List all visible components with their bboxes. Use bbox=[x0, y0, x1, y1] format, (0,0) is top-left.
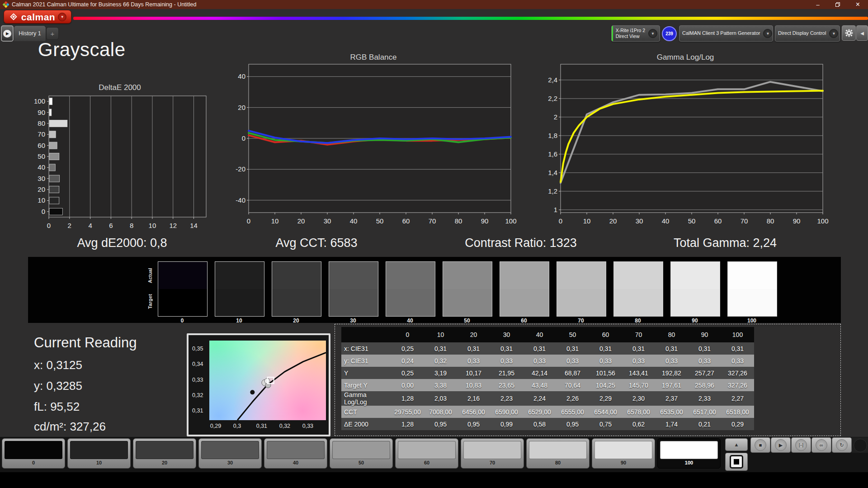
pattern-swatch bbox=[594, 441, 652, 459]
pattern-patch-30[interactable]: 30 bbox=[198, 438, 262, 469]
svg-text:14: 14 bbox=[190, 222, 198, 229]
pattern-patch-70[interactable]: 70 bbox=[461, 438, 524, 469]
table-row-label: CCT bbox=[341, 406, 391, 418]
meter-dropdown[interactable]: X-Rite i1Pro 2 Direct View ▼ bbox=[611, 25, 660, 42]
pattern-patch-label: 80 bbox=[527, 460, 589, 465]
table-row: Gamma Log/Log1,282,032,162,232,242,262,2… bbox=[341, 391, 754, 406]
table-cell: 1,74 bbox=[655, 418, 688, 430]
svg-text:0: 0 bbox=[242, 134, 245, 142]
svg-text:1,2: 1,2 bbox=[548, 187, 557, 195]
svg-text:0: 0 bbox=[559, 217, 562, 225]
table-cell: 197,61 bbox=[655, 379, 688, 391]
pattern-patch-40[interactable]: 40 bbox=[264, 438, 327, 469]
calman-menu-button[interactable]: calman ▼ bbox=[4, 10, 71, 24]
table-cell: 6456,00 bbox=[457, 406, 490, 418]
table-row: Y0,253,1910,1721,9542,1468,87101,56143,4… bbox=[341, 367, 754, 379]
swatch-level-label: 90 bbox=[670, 317, 719, 324]
pattern-bar-expand-button[interactable]: ▲ bbox=[725, 438, 748, 451]
bottom-black-bar bbox=[0, 472, 868, 488]
pattern-patch-50[interactable]: 50 bbox=[330, 438, 393, 469]
add-tab-button[interactable]: + bbox=[46, 27, 59, 40]
restore-icon[interactable] bbox=[835, 2, 840, 7]
svg-text:20: 20 bbox=[38, 185, 45, 193]
table-cell: 0,95 bbox=[556, 418, 589, 430]
table-cell: 6517,00 bbox=[688, 406, 721, 418]
svg-text:10: 10 bbox=[583, 217, 591, 225]
table-cell: 0,58 bbox=[523, 418, 556, 430]
stat-contrast-ratio: Contrast Ratio: 1323 bbox=[465, 236, 577, 250]
svg-text:100: 100 bbox=[817, 217, 828, 225]
svg-text:20: 20 bbox=[238, 104, 245, 111]
table-cell: 0,31 bbox=[688, 342, 721, 355]
pattern-swatch bbox=[463, 441, 521, 459]
table-cell: 0,31 bbox=[556, 342, 589, 355]
cie-chromaticity-chart: 0,350,340,330,320,310,290,30,310,320,33 bbox=[187, 333, 330, 436]
pattern-patch-label: 90 bbox=[592, 460, 655, 465]
minimize-icon[interactable]: – bbox=[816, 2, 819, 8]
svg-text:1,8: 1,8 bbox=[548, 132, 557, 139]
svg-text:50: 50 bbox=[376, 217, 384, 225]
table-cell: 104,25 bbox=[589, 379, 622, 391]
table-cell: 0,33 bbox=[688, 355, 721, 367]
current-reading-title: Current Reading bbox=[34, 335, 137, 351]
tab-scroll-button[interactable]: ▶ bbox=[1, 25, 14, 42]
meter-name: X-Rite i1Pro 2 bbox=[616, 28, 645, 33]
loop-button[interactable]: ∞ bbox=[811, 437, 831, 453]
close-icon[interactable]: × bbox=[856, 1, 860, 8]
pattern-patch-10[interactable]: 10 bbox=[67, 438, 131, 469]
pattern-patch-90[interactable]: 90 bbox=[592, 438, 655, 469]
svg-text:0: 0 bbox=[247, 217, 250, 225]
pattern-window-button[interactable] bbox=[725, 453, 748, 471]
swatch-level-label: 40 bbox=[386, 317, 434, 324]
table-cell: 3,38 bbox=[424, 379, 457, 391]
svg-text:-40: -40 bbox=[236, 196, 245, 204]
reading-y: y: 0,3285 bbox=[34, 379, 82, 393]
table-cell: 257,27 bbox=[688, 367, 721, 379]
pattern-patch-20[interactable]: 20 bbox=[133, 438, 196, 469]
svg-text:6: 6 bbox=[109, 222, 113, 229]
table-cell: 3,19 bbox=[424, 367, 457, 379]
table-cell: 6590,00 bbox=[490, 406, 523, 418]
pattern-patch-80[interactable]: 80 bbox=[526, 438, 590, 469]
swatch-target bbox=[443, 289, 492, 316]
cie-x-tick: 0,29 bbox=[210, 423, 221, 429]
pattern-patch-0[interactable]: 0 bbox=[2, 438, 65, 469]
svg-text:4: 4 bbox=[88, 222, 92, 229]
stat-total-gamma: Total Gamma: 2,24 bbox=[674, 236, 777, 250]
table-cell: 0,21 bbox=[688, 418, 721, 430]
meter-count-badge[interactable]: 239 bbox=[662, 26, 677, 41]
collapse-panel-button[interactable]: ◀ bbox=[856, 25, 868, 41]
cie-x-tick: 0,33 bbox=[302, 423, 313, 429]
gamma-loglog-chart: 11,21,41,61,822,22,401020304050607080901… bbox=[542, 62, 829, 228]
play-button[interactable]: ▶ bbox=[771, 437, 791, 453]
table-cell: 23,65 bbox=[490, 379, 523, 391]
display-control-dropdown[interactable]: Direct Display Control ▼ bbox=[775, 25, 840, 42]
swatch-10 bbox=[215, 261, 264, 317]
refresh-button[interactable]: ↻ bbox=[832, 437, 852, 453]
meter-caret-icon: ▼ bbox=[648, 29, 657, 38]
table-column-header: 10 bbox=[424, 327, 457, 342]
svg-text:100: 100 bbox=[34, 97, 45, 105]
svg-text:80: 80 bbox=[455, 217, 462, 225]
table-cell: 21,95 bbox=[490, 367, 523, 379]
range-button[interactable]: [–] bbox=[791, 437, 811, 453]
page-title: Grayscale bbox=[38, 39, 126, 61]
calman-menu-caret-icon[interactable]: ▼ bbox=[58, 13, 66, 21]
table-row-label: Y bbox=[341, 367, 391, 379]
svg-text:8: 8 bbox=[130, 222, 133, 229]
table-cell: 0,33 bbox=[721, 355, 754, 367]
pattern-generator-dropdown[interactable]: CalMAN Client 3 Pattern Generator ▼ bbox=[679, 25, 773, 42]
swatch-actual bbox=[443, 262, 492, 289]
stat-avg-de2000: Avg dE2000: 0,8 bbox=[77, 236, 167, 250]
pattern-swatch bbox=[660, 441, 718, 459]
settings-button[interactable] bbox=[842, 25, 856, 41]
pattern-patch-60[interactable]: 60 bbox=[395, 438, 458, 469]
table-cell: 0,32 bbox=[424, 355, 457, 367]
pattern-patch-100[interactable]: 100 bbox=[657, 438, 721, 469]
svg-text:40: 40 bbox=[662, 217, 670, 225]
svg-text:100: 100 bbox=[505, 217, 516, 225]
stop-button[interactable]: ■ bbox=[750, 437, 770, 453]
display-control-label: Direct Display Control bbox=[778, 30, 826, 37]
play-icon: ▶ bbox=[775, 439, 787, 451]
table-cell: 0,00 bbox=[391, 379, 424, 391]
